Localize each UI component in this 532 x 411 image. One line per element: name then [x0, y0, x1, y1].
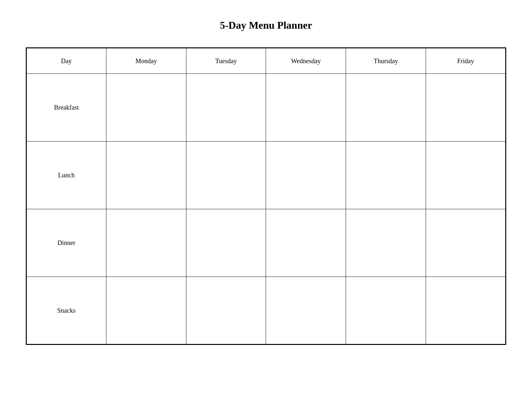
meal-cell-dinner-thursday[interactable]	[346, 209, 426, 277]
meal-cell-dinner-tuesday[interactable]	[186, 209, 266, 277]
meal-cell-snacks-wednesday[interactable]	[266, 277, 346, 345]
header-row: Day Monday Tuesday Wednesday Thursday Fr…	[26, 48, 506, 74]
col-header-thursday: Thursday	[346, 48, 426, 74]
page-title: 5-Day Menu Planner	[220, 19, 312, 31]
col-header-friday: Friday	[426, 48, 506, 74]
meal-cell-snacks-monday[interactable]	[106, 277, 186, 345]
meal-label-snacks: Snacks	[26, 277, 106, 345]
meal-cell-snacks-friday[interactable]	[426, 277, 506, 345]
meal-cell-dinner-friday[interactable]	[426, 209, 506, 277]
meal-cell-breakfast-thursday[interactable]	[346, 74, 426, 142]
meal-cell-breakfast-monday[interactable]	[106, 74, 186, 142]
meal-cell-lunch-monday[interactable]	[106, 142, 186, 209]
meal-row: Dinner	[26, 209, 506, 277]
meal-label-dinner: Dinner	[26, 209, 106, 277]
meal-row: Snacks	[26, 277, 506, 345]
meal-cell-snacks-thursday[interactable]	[346, 277, 426, 345]
meal-cell-dinner-wednesday[interactable]	[266, 209, 346, 277]
meal-cell-lunch-thursday[interactable]	[346, 142, 426, 209]
meal-cell-breakfast-tuesday[interactable]	[186, 74, 266, 142]
menu-planner-table: Day Monday Tuesday Wednesday Thursday Fr…	[26, 47, 506, 345]
meal-cell-snacks-tuesday[interactable]	[186, 277, 266, 345]
meal-cell-dinner-monday[interactable]	[106, 209, 186, 277]
meal-cell-lunch-friday[interactable]	[426, 142, 506, 209]
col-header-day: Day	[26, 48, 106, 74]
col-header-monday: Monday	[106, 48, 186, 74]
meal-label-lunch: Lunch	[26, 142, 106, 209]
col-header-tuesday: Tuesday	[186, 48, 266, 74]
meal-cell-lunch-tuesday[interactable]	[186, 142, 266, 209]
meal-label-breakfast: Breakfast	[26, 74, 106, 142]
col-header-wednesday: Wednesday	[266, 48, 346, 74]
meal-cell-breakfast-wednesday[interactable]	[266, 74, 346, 142]
meal-cell-lunch-wednesday[interactable]	[266, 142, 346, 209]
meal-cell-breakfast-friday[interactable]	[426, 74, 506, 142]
meal-row: Breakfast	[26, 74, 506, 142]
meal-row: Lunch	[26, 142, 506, 209]
